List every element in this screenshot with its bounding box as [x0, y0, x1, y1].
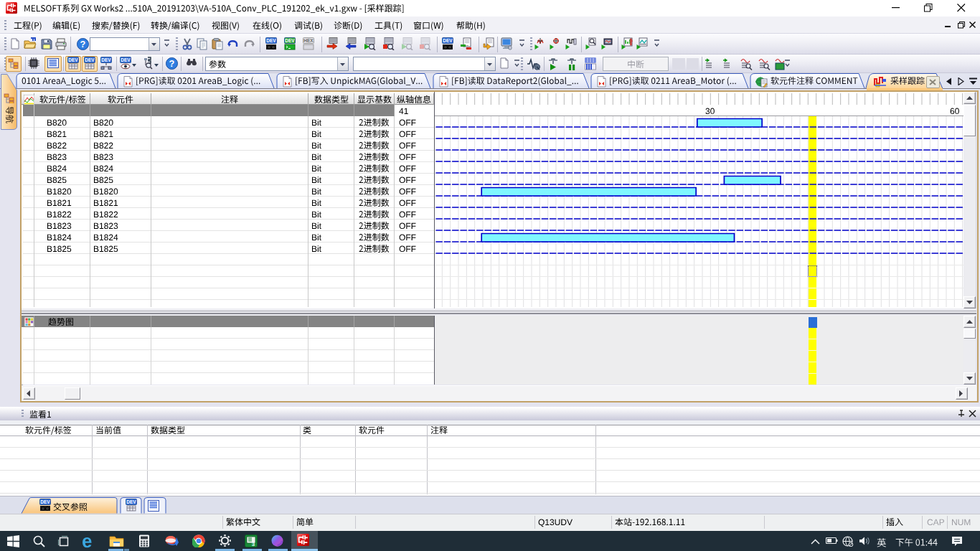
svg-text:DEV: DEV	[266, 38, 276, 43]
svg-text:DEV: DEV	[40, 499, 50, 504]
svg-text:DEV: DEV	[101, 57, 111, 62]
svg-text:DEV: DEV	[443, 38, 453, 43]
svg-text:DEV: DEV	[121, 57, 131, 62]
svg-text:?: ?	[169, 58, 175, 69]
svg-text:DEV: DEV	[126, 499, 136, 504]
svg-text:3: 3	[252, 541, 255, 547]
svg-text:DEV: DEV	[85, 57, 95, 62]
svg-text:?: ?	[80, 39, 86, 50]
svg-text:DEV: DEV	[285, 38, 295, 43]
svg-text:HEX: HEX	[303, 38, 314, 43]
svg-text:DEV: DEV	[68, 57, 78, 62]
